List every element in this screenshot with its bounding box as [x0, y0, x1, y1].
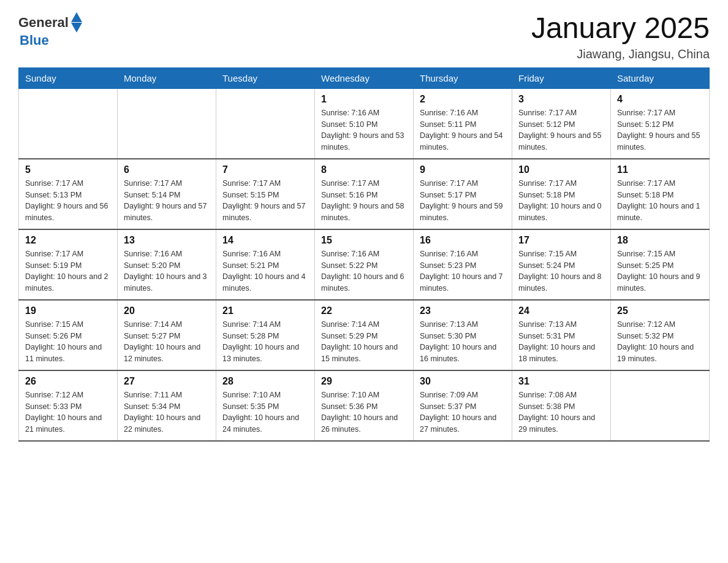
- day-info: Sunrise: 7:11 AMSunset: 5:34 PMDaylight:…: [124, 389, 210, 435]
- day-number: 9: [420, 164, 506, 175]
- calendar-cell: 19Sunrise: 7:15 AMSunset: 5:26 PMDayligh…: [19, 300, 118, 370]
- calendar-cell: 4Sunrise: 7:17 AMSunset: 5:12 PMDaylight…: [611, 88, 710, 159]
- day-info: Sunrise: 7:16 AMSunset: 5:21 PMDaylight:…: [222, 248, 308, 294]
- day-number: 16: [420, 235, 506, 246]
- calendar-cell: [19, 88, 118, 159]
- day-number: 30: [420, 376, 506, 387]
- day-info: Sunrise: 7:17 AMSunset: 5:14 PMDaylight:…: [124, 178, 210, 224]
- day-info: Sunrise: 7:12 AMSunset: 5:33 PMDaylight:…: [25, 389, 111, 435]
- day-info: Sunrise: 7:13 AMSunset: 5:30 PMDaylight:…: [420, 319, 506, 365]
- day-info: Sunrise: 7:15 AMSunset: 5:24 PMDaylight:…: [518, 248, 604, 294]
- day-number: 12: [25, 235, 111, 246]
- calendar-cell: [118, 88, 216, 159]
- day-number: 25: [617, 305, 703, 316]
- day-info: Sunrise: 7:16 AMSunset: 5:10 PMDaylight:…: [321, 107, 407, 153]
- day-number: 20: [124, 305, 210, 316]
- calendar-cell: 17Sunrise: 7:15 AMSunset: 5:24 PMDayligh…: [512, 229, 611, 300]
- calendar-week-row: 26Sunrise: 7:12 AMSunset: 5:33 PMDayligh…: [19, 370, 710, 441]
- calendar-cell: 28Sunrise: 7:10 AMSunset: 5:35 PMDayligh…: [216, 370, 315, 441]
- day-number: 5: [25, 164, 111, 175]
- day-number: 3: [518, 94, 604, 105]
- day-number: 24: [518, 305, 604, 316]
- day-info: Sunrise: 7:14 AMSunset: 5:27 PMDaylight:…: [124, 319, 210, 365]
- day-info: Sunrise: 7:17 AMSunset: 5:17 PMDaylight:…: [420, 178, 506, 224]
- day-number: 21: [222, 305, 308, 316]
- calendar-cell: 22Sunrise: 7:14 AMSunset: 5:29 PMDayligh…: [315, 300, 414, 370]
- day-info: Sunrise: 7:17 AMSunset: 5:15 PMDaylight:…: [222, 178, 308, 224]
- calendar-table: SundayMondayTuesdayWednesdayThursdayFrid…: [18, 67, 710, 442]
- weekday-header-sunday: Sunday: [19, 67, 118, 88]
- day-number: 7: [222, 164, 308, 175]
- calendar-cell: 27Sunrise: 7:11 AMSunset: 5:34 PMDayligh…: [118, 370, 216, 441]
- calendar-week-row: 19Sunrise: 7:15 AMSunset: 5:26 PMDayligh…: [19, 300, 710, 370]
- calendar-cell: 6Sunrise: 7:17 AMSunset: 5:14 PMDaylight…: [118, 159, 216, 229]
- day-number: 26: [25, 376, 111, 387]
- weekday-header-saturday: Saturday: [611, 67, 710, 88]
- day-number: 11: [617, 164, 703, 175]
- logo-general-text: General: [18, 15, 69, 31]
- day-info: Sunrise: 7:15 AMSunset: 5:25 PMDaylight:…: [617, 248, 703, 294]
- calendar-cell: 15Sunrise: 7:16 AMSunset: 5:22 PMDayligh…: [315, 229, 414, 300]
- day-number: 29: [321, 376, 407, 387]
- day-info: Sunrise: 7:16 AMSunset: 5:20 PMDaylight:…: [124, 248, 210, 294]
- calendar-cell: 31Sunrise: 7:08 AMSunset: 5:38 PMDayligh…: [512, 370, 611, 441]
- day-info: Sunrise: 7:17 AMSunset: 5:13 PMDaylight:…: [25, 178, 111, 224]
- weekday-header-friday: Friday: [512, 67, 611, 88]
- calendar-cell: 26Sunrise: 7:12 AMSunset: 5:33 PMDayligh…: [19, 370, 118, 441]
- calendar-cell: 7Sunrise: 7:17 AMSunset: 5:15 PMDaylight…: [216, 159, 315, 229]
- day-info: Sunrise: 7:09 AMSunset: 5:37 PMDaylight:…: [420, 389, 506, 435]
- day-info: Sunrise: 7:16 AMSunset: 5:23 PMDaylight:…: [420, 248, 506, 294]
- day-number: 4: [617, 94, 703, 105]
- calendar-cell: 16Sunrise: 7:16 AMSunset: 5:23 PMDayligh…: [414, 229, 512, 300]
- calendar-title: January 2025: [531, 12, 710, 45]
- day-info: Sunrise: 7:10 AMSunset: 5:36 PMDaylight:…: [321, 389, 407, 435]
- day-info: Sunrise: 7:17 AMSunset: 5:18 PMDaylight:…: [518, 178, 604, 224]
- calendar-cell: 18Sunrise: 7:15 AMSunset: 5:25 PMDayligh…: [611, 229, 710, 300]
- weekday-header-wednesday: Wednesday: [315, 67, 414, 88]
- calendar-cell: 3Sunrise: 7:17 AMSunset: 5:12 PMDaylight…: [512, 88, 611, 159]
- calendar-cell: 8Sunrise: 7:17 AMSunset: 5:16 PMDaylight…: [315, 159, 414, 229]
- calendar-cell: 2Sunrise: 7:16 AMSunset: 5:11 PMDaylight…: [414, 88, 512, 159]
- weekday-header-thursday: Thursday: [414, 67, 512, 88]
- calendar-cell: 9Sunrise: 7:17 AMSunset: 5:17 PMDaylight…: [414, 159, 512, 229]
- day-number: 18: [617, 235, 703, 246]
- calendar-cell: 29Sunrise: 7:10 AMSunset: 5:36 PMDayligh…: [315, 370, 414, 441]
- day-info: Sunrise: 7:13 AMSunset: 5:31 PMDaylight:…: [518, 319, 604, 365]
- day-number: 17: [518, 235, 604, 246]
- calendar-cell: 24Sunrise: 7:13 AMSunset: 5:31 PMDayligh…: [512, 300, 611, 370]
- title-block: January 2025 Jiawang, Jiangsu, China: [531, 12, 710, 61]
- day-number: 8: [321, 164, 407, 175]
- calendar-cell: 11Sunrise: 7:17 AMSunset: 5:18 PMDayligh…: [611, 159, 710, 229]
- logo-blue-text: Blue: [20, 33, 49, 48]
- day-info: Sunrise: 7:16 AMSunset: 5:11 PMDaylight:…: [420, 107, 506, 153]
- day-number: 14: [222, 235, 308, 246]
- day-number: 19: [25, 305, 111, 316]
- day-number: 27: [124, 376, 210, 387]
- day-number: 2: [420, 94, 506, 105]
- day-info: Sunrise: 7:16 AMSunset: 5:22 PMDaylight:…: [321, 248, 407, 294]
- day-number: 6: [124, 164, 210, 175]
- weekday-header-row: SundayMondayTuesdayWednesdayThursdayFrid…: [19, 67, 710, 88]
- day-info: Sunrise: 7:17 AMSunset: 5:19 PMDaylight:…: [25, 248, 111, 294]
- page-header: General Blue January 2025 Jiawang, Jiang…: [18, 12, 710, 61]
- day-number: 10: [518, 164, 604, 175]
- day-number: 28: [222, 376, 308, 387]
- day-info: Sunrise: 7:17 AMSunset: 5:16 PMDaylight:…: [321, 178, 407, 224]
- day-info: Sunrise: 7:10 AMSunset: 5:35 PMDaylight:…: [222, 389, 308, 435]
- day-info: Sunrise: 7:17 AMSunset: 5:12 PMDaylight:…: [518, 107, 604, 153]
- calendar-cell: 1Sunrise: 7:16 AMSunset: 5:10 PMDaylight…: [315, 88, 414, 159]
- day-number: 23: [420, 305, 506, 316]
- day-info: Sunrise: 7:15 AMSunset: 5:26 PMDaylight:…: [25, 319, 111, 365]
- day-info: Sunrise: 7:08 AMSunset: 5:38 PMDaylight:…: [518, 389, 604, 435]
- calendar-cell: 14Sunrise: 7:16 AMSunset: 5:21 PMDayligh…: [216, 229, 315, 300]
- calendar-week-row: 12Sunrise: 7:17 AMSunset: 5:19 PMDayligh…: [19, 229, 710, 300]
- calendar-cell: [611, 370, 710, 441]
- calendar-cell: 12Sunrise: 7:17 AMSunset: 5:19 PMDayligh…: [19, 229, 118, 300]
- calendar-week-row: 5Sunrise: 7:17 AMSunset: 5:13 PMDaylight…: [19, 159, 710, 229]
- day-info: Sunrise: 7:17 AMSunset: 5:18 PMDaylight:…: [617, 178, 703, 224]
- day-number: 22: [321, 305, 407, 316]
- calendar-cell: 20Sunrise: 7:14 AMSunset: 5:27 PMDayligh…: [118, 300, 216, 370]
- calendar-cell: 10Sunrise: 7:17 AMSunset: 5:18 PMDayligh…: [512, 159, 611, 229]
- weekday-header-monday: Monday: [118, 67, 216, 88]
- day-number: 31: [518, 376, 604, 387]
